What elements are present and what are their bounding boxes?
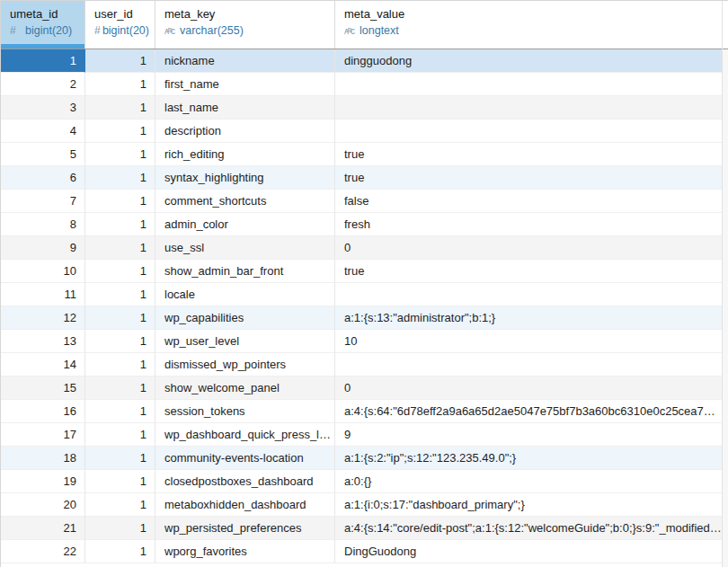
cell-umeta_id[interactable]: 14 xyxy=(1,353,85,377)
cell-meta_value[interactable] xyxy=(335,73,723,96)
cell-meta_value[interactable]: true xyxy=(335,166,723,190)
cell-umeta_id[interactable]: 16 xyxy=(1,400,85,423)
cell-meta_key[interactable]: nickname xyxy=(155,49,335,73)
cell-umeta_id[interactable]: 8 xyxy=(1,213,85,236)
table-row: 2 1 first_name xyxy=(1,73,723,96)
cell-meta_key[interactable]: wp_capabilities xyxy=(155,306,335,330)
cell-meta_key[interactable]: first_name xyxy=(155,73,335,96)
cell-user_id[interactable]: 1 xyxy=(85,470,155,493)
column-header-meta_key[interactable]: meta_key ᴀᴮᴄ varchar(255) xyxy=(155,1,335,49)
cell-umeta_id[interactable]: 15 xyxy=(1,377,85,400)
cell-meta_key[interactable]: session_tokens xyxy=(155,400,335,423)
cell-umeta_id[interactable]: 2 xyxy=(1,73,85,96)
cell-user_id[interactable]: 1 xyxy=(85,213,155,236)
cell-user_id[interactable]: 1 xyxy=(85,120,155,143)
numeric-type-icon: # xyxy=(10,24,25,37)
cell-meta_key[interactable]: description xyxy=(155,120,335,143)
cell-meta_value[interactable] xyxy=(335,120,723,143)
cell-meta_value[interactable]: true xyxy=(335,260,723,283)
column-header-umeta_id[interactable]: umeta_id # bigint(20) xyxy=(1,1,85,49)
cell-meta_key[interactable]: wporg_favorites xyxy=(155,540,335,563)
cell-meta_key[interactable]: comment_shortcuts xyxy=(155,190,335,213)
vertical-scrollbar[interactable] xyxy=(722,1,728,567)
cell-user_id[interactable]: 1 xyxy=(85,447,155,470)
cell-user_id[interactable]: 1 xyxy=(85,330,155,353)
cell-meta_key[interactable]: use_ssl xyxy=(155,236,335,260)
cell-umeta_id[interactable]: 20 xyxy=(1,493,85,517)
cell-meta_key[interactable]: show_welcome_panel xyxy=(155,377,335,400)
cell-user_id[interactable]: 1 xyxy=(85,517,155,540)
cell-meta_value[interactable]: a:4:{s:64:"6d78eff2a9a6a65d2ae5047e75bf7… xyxy=(335,400,723,423)
cell-umeta_id[interactable]: 3 xyxy=(1,96,85,120)
cell-user_id[interactable]: 1 xyxy=(85,260,155,283)
cell-meta_value[interactable]: a:1:{s:13:"administrator";b:1;} xyxy=(335,306,723,330)
cell-umeta_id[interactable]: 10 xyxy=(1,260,85,283)
cell-meta_key[interactable]: last_name xyxy=(155,96,335,120)
cell-umeta_id[interactable]: 12 xyxy=(1,306,85,330)
table-row: 22 1 wporg_favorites DingGuodong xyxy=(1,540,723,563)
cell-user_id[interactable]: 1 xyxy=(85,423,155,447)
cell-user_id[interactable]: 1 xyxy=(85,283,155,306)
cell-meta_key[interactable]: wp_persisted_preferences xyxy=(155,517,335,540)
cell-user_id[interactable]: 1 xyxy=(85,73,155,96)
cell-meta_key[interactable]: admin_color xyxy=(155,213,335,236)
cell-umeta_id[interactable]: 22 xyxy=(1,540,85,563)
cell-meta_key[interactable]: wp_dashboard_quick_press_las... xyxy=(155,423,335,447)
cell-meta_value[interactable] xyxy=(335,283,723,306)
cell-meta_key[interactable]: closedpostboxes_dashboard xyxy=(155,470,335,493)
cell-meta_value[interactable]: 9 xyxy=(335,423,723,447)
cell-meta_value[interactable]: dingguodong xyxy=(335,49,723,73)
cell-umeta_id[interactable]: 6 xyxy=(1,166,85,190)
cell-meta_value[interactable]: 10 xyxy=(335,330,723,353)
cell-meta_key[interactable]: rich_editing xyxy=(155,143,335,166)
cell-umeta_id[interactable]: 7 xyxy=(1,190,85,213)
cell-meta_value[interactable]: false xyxy=(335,190,723,213)
cell-umeta_id[interactable]: 5 xyxy=(1,143,85,166)
cell-umeta_id[interactable]: 4 xyxy=(1,120,85,143)
column-type: longtext xyxy=(360,24,399,37)
column-header-meta_value[interactable]: meta_value ᴀᴮᴄ longtext xyxy=(335,1,723,49)
cell-meta_key[interactable]: dismissed_wp_pointers xyxy=(155,353,335,377)
cell-user_id[interactable]: 1 xyxy=(85,143,155,166)
cell-umeta_id[interactable]: 1 xyxy=(1,49,85,73)
table-row: 14 1 dismissed_wp_pointers xyxy=(1,353,723,377)
cell-umeta_id[interactable]: 19 xyxy=(1,470,85,493)
cell-umeta_id[interactable]: 18 xyxy=(1,447,85,470)
cell-user_id[interactable]: 1 xyxy=(85,493,155,517)
cell-meta_value[interactable]: DingGuodong xyxy=(335,540,723,563)
cell-meta_value[interactable]: a:1:{s:2:"ip";s:12:"123.235.49.0";} xyxy=(335,447,723,470)
cell-meta_key[interactable]: locale xyxy=(155,283,335,306)
results-grid: umeta_id # bigint(20) user_id # bigint(2… xyxy=(0,0,728,567)
cell-umeta_id[interactable]: 13 xyxy=(1,330,85,353)
cell-meta_key[interactable]: syntax_highlighting xyxy=(155,166,335,190)
cell-meta_value[interactable]: a:0:{} xyxy=(335,470,723,493)
cell-meta_key[interactable]: metaboxhidden_dashboard xyxy=(155,493,335,517)
cell-umeta_id[interactable]: 17 xyxy=(1,423,85,447)
cell-meta_key[interactable]: community-events-location xyxy=(155,447,335,470)
cell-meta_value[interactable] xyxy=(335,96,723,120)
cell-umeta_id[interactable]: 9 xyxy=(1,236,85,260)
cell-user_id[interactable]: 1 xyxy=(85,190,155,213)
cell-meta_value[interactable] xyxy=(335,353,723,377)
cell-umeta_id[interactable]: 21 xyxy=(1,517,85,540)
cell-user_id[interactable]: 1 xyxy=(85,306,155,330)
cell-user_id[interactable]: 1 xyxy=(85,377,155,400)
cell-umeta_id[interactable]: 11 xyxy=(1,283,85,306)
cell-user_id[interactable]: 1 xyxy=(85,166,155,190)
column-header-user_id[interactable]: user_id # bigint(20) xyxy=(85,1,155,49)
cell-meta_value[interactable]: a:4:{s:14:"core/edit-post";a:1:{s:12:"we… xyxy=(335,517,723,540)
cell-user_id[interactable]: 1 xyxy=(85,540,155,563)
cell-user_id[interactable]: 1 xyxy=(85,236,155,260)
cell-meta_value[interactable]: a:1:{i:0;s:17:"dashboard_primary";} xyxy=(335,493,723,517)
cell-user_id[interactable]: 1 xyxy=(85,96,155,120)
cell-user_id[interactable]: 1 xyxy=(85,49,155,73)
cell-user_id[interactable]: 1 xyxy=(85,400,155,423)
cell-meta_key[interactable]: show_admin_bar_front xyxy=(155,260,335,283)
cell-meta_value[interactable]: 0 xyxy=(335,377,723,400)
table-row: 10 1 show_admin_bar_front true xyxy=(1,260,723,283)
cell-meta_value[interactable]: 0 xyxy=(335,236,723,260)
cell-user_id[interactable]: 1 xyxy=(85,353,155,377)
cell-meta_value[interactable]: fresh xyxy=(335,213,723,236)
cell-meta_key[interactable]: wp_user_level xyxy=(155,330,335,353)
cell-meta_value[interactable]: true xyxy=(335,143,723,166)
